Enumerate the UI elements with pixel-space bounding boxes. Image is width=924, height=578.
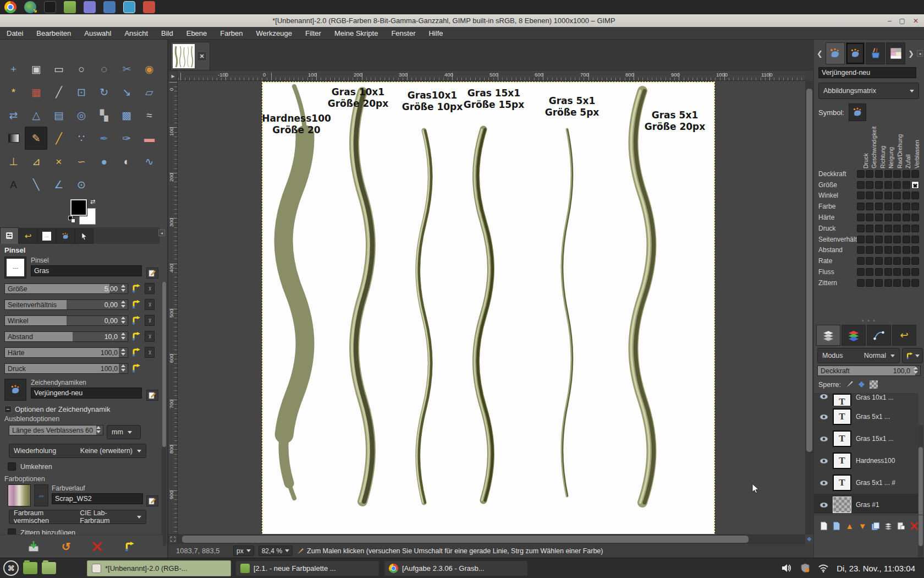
matrix-checkbox[interactable] (893, 203, 901, 210)
close-button[interactable]: ✕ (913, 17, 919, 25)
save-options-button[interactable] (28, 541, 40, 552)
matrix-checkbox[interactable] (857, 192, 865, 199)
tool-perspective-clone[interactable]: ⊿ (25, 150, 47, 173)
menu-item[interactable]: Meine Skripte (328, 28, 384, 39)
vertical-scrollbar[interactable] (805, 81, 813, 534)
link-to-brush-button[interactable]: ✂ (145, 331, 155, 342)
restore-options-button[interactable]: ↺ (62, 540, 71, 553)
tool-eraser[interactable]: ▬ (138, 127, 161, 150)
horizontal-ruler[interactable]: -100010020030040050060070080090010001100 (178, 71, 805, 81)
matrix-checkbox[interactable] (903, 268, 910, 276)
matrix-checkbox[interactable] (866, 214, 873, 221)
tool-mypaint-brush[interactable]: ✑ (116, 127, 138, 150)
dynamics-symbol-button[interactable] (849, 103, 866, 121)
visibility-eye-icon[interactable] (820, 414, 828, 420)
close-image-icon[interactable]: ✕ (197, 51, 207, 61)
matrix-checkbox[interactable] (911, 225, 919, 232)
matrix-checkbox[interactable] (911, 246, 919, 254)
default-colors-icon[interactable] (68, 216, 75, 222)
layer-opacity-slider[interactable]: Deckkraft 100,0 (817, 366, 921, 376)
link-to-brush-button[interactable]: ✂ (145, 283, 155, 294)
tool-smudge[interactable]: ∽ (70, 150, 92, 173)
tool-blur-sharpen[interactable]: ● (93, 150, 116, 173)
tool-text[interactable]: A (2, 173, 25, 196)
layer-row[interactable]: T Gras 15x1 ... (814, 428, 919, 450)
zoom-select[interactable]: 82,4 % (258, 546, 293, 556)
option-slider[interactable]: Härte 100,0 (4, 347, 128, 358)
wifi-icon[interactable] (818, 564, 829, 572)
dynamics-options-expander[interactable]: − Optionen der Zeichendynamik (4, 405, 158, 413)
tab-brushes[interactable]: --- (37, 228, 56, 244)
reset-option-button[interactable] (130, 363, 142, 374)
visibility-eye-icon[interactable] (820, 480, 828, 486)
tool-unified-transform[interactable]: ⊡ (70, 80, 92, 103)
option-slider[interactable]: Größe 5,00 (4, 283, 128, 294)
tool-gradient[interactable] (2, 127, 25, 150)
matrix-checkbox[interactable] (893, 268, 901, 276)
visibility-eye-icon[interactable] (820, 394, 828, 400)
reset-option-button[interactable] (130, 331, 142, 342)
minimize-button[interactable]: – (888, 17, 892, 25)
spinner[interactable] (95, 426, 102, 433)
tool-seamless-clone[interactable]: ▚ (93, 103, 116, 127)
matrix-checkbox[interactable] (866, 203, 873, 210)
vertical-ruler[interactable]: 0100200300400500600700800900 (168, 81, 178, 534)
tool-rotate[interactable]: ↻ (93, 80, 116, 103)
option-slider[interactable]: Abstand 10,0 (4, 331, 128, 342)
matrix-checkbox[interactable] (875, 214, 883, 221)
matrix-checkbox[interactable] (911, 170, 919, 178)
delete-options-button[interactable] (92, 542, 102, 552)
tab-paint-dynamics[interactable] (56, 228, 75, 244)
matrix-checkbox[interactable] (875, 170, 883, 178)
menu-item[interactable]: Farben (213, 28, 249, 39)
taskbar-window-button[interactable]: [2.1. - neue Farbpalette ... (235, 560, 380, 576)
mode-switch-button[interactable] (902, 348, 923, 363)
lock-paint-icon[interactable] (846, 380, 854, 389)
fade-unit-select[interactable]: mm (107, 425, 141, 439)
matrix-checkbox[interactable] (875, 236, 883, 243)
reset-option-button[interactable] (130, 283, 142, 294)
matrix-checkbox[interactable] (866, 246, 873, 254)
matrix-checkbox[interactable] (893, 225, 901, 232)
tool-airbrush[interactable]: ∵ (70, 127, 92, 150)
dock-menu-arrow[interactable]: ◂ (917, 50, 923, 57)
lock-position-icon[interactable]: ✥ (859, 380, 865, 389)
brush-name-input[interactable] (31, 265, 142, 276)
dynamics-name-field[interactable] (818, 67, 916, 78)
taskbar-files-launcher[interactable] (23, 562, 37, 574)
matrix-checkbox[interactable] (911, 279, 919, 287)
option-slider[interactable]: Druck 100,0 (4, 363, 128, 374)
matrix-checkbox[interactable] (893, 246, 901, 254)
gradient-preview[interactable] (8, 484, 31, 506)
anchor-layer-button[interactable] (896, 520, 907, 532)
tab-brushes[interactable] (866, 42, 885, 64)
tool-fuzzy-select[interactable]: * (2, 80, 25, 103)
tab-pointer[interactable] (75, 228, 94, 244)
tool-pencil[interactable]: ╱ (47, 127, 70, 150)
matrix-checkbox[interactable] (903, 170, 910, 178)
matrix-checkbox[interactable] (875, 225, 883, 232)
mapping-matrix-select[interactable]: Abbildungsmatrix (818, 83, 919, 99)
reset-option-button[interactable] (130, 347, 142, 358)
matrix-checkbox[interactable] (875, 279, 883, 287)
matrix-checkbox[interactable] (884, 279, 892, 287)
matrix-checkbox[interactable] (903, 225, 910, 232)
brush-preview-button[interactable]: --- (4, 257, 26, 279)
matrix-checkbox[interactable] (857, 268, 865, 276)
tool-foreground-select[interactable]: ◉ (138, 57, 161, 80)
reset-options-button[interactable] (124, 542, 135, 552)
matrix-checkbox[interactable] (903, 257, 910, 265)
matrix-checkbox[interactable] (893, 236, 901, 243)
tool-clone[interactable]: ⊥ (2, 150, 25, 173)
taskbar-window-button[interactable]: *[Unbenannt]-2.0 (RGB-... (87, 560, 231, 576)
new-layer-button[interactable] (818, 520, 829, 532)
fg-bg-colors[interactable]: ⇄ (70, 199, 98, 226)
volume-icon[interactable] (782, 564, 793, 572)
flip-gradient-button[interactable]: ⇔ (34, 484, 48, 506)
link-to-brush-button[interactable]: ✂ (145, 347, 155, 358)
matrix-checkbox[interactable] (911, 203, 919, 210)
lock-alpha-icon[interactable] (870, 380, 878, 389)
matrix-checkbox[interactable] (884, 214, 892, 221)
reset-option-button[interactable] (130, 315, 142, 326)
visibility-eye-icon[interactable] (820, 458, 828, 464)
